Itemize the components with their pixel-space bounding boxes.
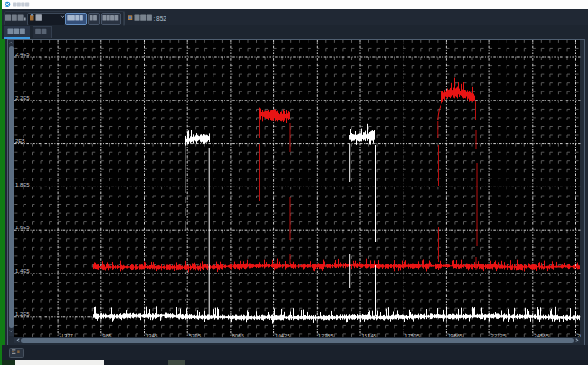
svg-text:: 852: : 852: [154, 15, 167, 22]
